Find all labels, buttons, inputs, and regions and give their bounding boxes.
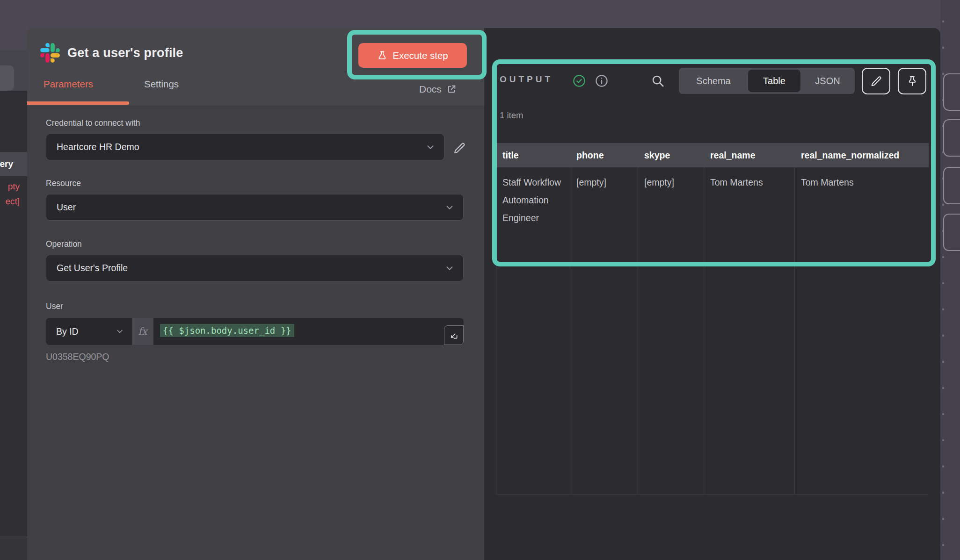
output-item-count: 1 item bbox=[500, 110, 523, 121]
column-header-real-name[interactable]: real_name bbox=[704, 143, 794, 167]
cell-skype: [empty] bbox=[638, 167, 704, 494]
chevron-down-icon bbox=[444, 202, 455, 213]
pin-icon bbox=[906, 75, 919, 88]
input-table-bottom-border bbox=[0, 537, 27, 560]
resolved-user-id: U0358EQ90PQ bbox=[46, 352, 109, 362]
operation-value: Get User's Profile bbox=[57, 263, 128, 273]
chevron-down-icon bbox=[115, 327, 124, 336]
expression-input[interactable]: {{ $json.body.user_id }} bbox=[153, 318, 464, 345]
view-tab-schema[interactable]: Schema bbox=[679, 76, 748, 86]
user-mode-select[interactable]: By ID bbox=[46, 318, 132, 345]
chevron-down-icon bbox=[425, 142, 436, 152]
success-check-icon bbox=[572, 74, 586, 88]
input-table-object-value: ect] bbox=[0, 196, 20, 207]
input-panel-button-fragment[interactable] bbox=[0, 65, 14, 91]
input-table-header-fragment: ery bbox=[0, 152, 27, 176]
pin-data-button[interactable] bbox=[898, 68, 926, 94]
cell-title: Staff Workflow Automation Engineer bbox=[496, 167, 570, 494]
input-panel-fragment: ery pty ect] bbox=[0, 50, 27, 560]
canvas-node-outline bbox=[943, 214, 960, 251]
column-header-phone[interactable]: phone bbox=[570, 143, 638, 167]
node-settings-panel: Get a user's profile Parameters Settings… bbox=[27, 28, 484, 560]
fx-toggle[interactable]: fx bbox=[132, 318, 153, 345]
chevron-down-icon bbox=[444, 263, 455, 273]
pencil-icon bbox=[452, 141, 466, 155]
output-panel-header: OUTPUT Schema Table JSON bbox=[484, 68, 940, 94]
resource-value: User bbox=[57, 202, 76, 213]
external-link-icon bbox=[446, 84, 457, 94]
resource-select[interactable]: User bbox=[46, 194, 464, 221]
tab-settings[interactable]: Settings bbox=[144, 79, 179, 90]
active-tab-underline bbox=[27, 101, 129, 105]
column-header-title[interactable]: title bbox=[496, 143, 570, 167]
view-tab-table[interactable]: Table bbox=[748, 70, 800, 92]
operation-label: Operation bbox=[46, 239, 82, 249]
credential-value: Heartcore HR Demo bbox=[57, 142, 139, 152]
credential-label: Credential to connect with bbox=[46, 118, 140, 128]
pencil-icon bbox=[870, 75, 883, 88]
canvas-node-outline bbox=[943, 73, 960, 111]
user-field: By ID fx {{ $json.body.user_id }} bbox=[46, 318, 464, 345]
resource-label: Resource bbox=[46, 179, 81, 188]
flask-icon bbox=[377, 50, 387, 61]
execute-step-label: Execute step bbox=[393, 50, 448, 61]
table-header-row: title phone skype real_name real_name_no… bbox=[496, 143, 929, 167]
expression-value: {{ $json.body.user_id }} bbox=[160, 324, 294, 337]
output-panel: OUTPUT Schema Table JSON bbox=[484, 28, 940, 560]
edit-output-button[interactable] bbox=[862, 68, 890, 94]
column-header-real-name-normalized[interactable]: real_name_normalized bbox=[794, 143, 929, 167]
cell-phone: [empty] bbox=[570, 167, 638, 494]
column-header-skype[interactable]: skype bbox=[638, 143, 704, 167]
cell-real-name-normalized: Tom Martens bbox=[794, 167, 929, 494]
search-icon[interactable] bbox=[651, 74, 665, 88]
credential-select[interactable]: Heartcore HR Demo bbox=[46, 134, 444, 160]
info-icon[interactable] bbox=[595, 74, 609, 88]
canvas-node-outline bbox=[943, 119, 960, 157]
user-label: User bbox=[46, 302, 63, 311]
docs-link[interactable]: Docs bbox=[419, 84, 457, 95]
expand-icon bbox=[449, 330, 458, 340]
execute-step-button[interactable]: Execute step bbox=[358, 43, 467, 68]
operation-select[interactable]: Get User's Profile bbox=[46, 255, 464, 281]
input-table-header-text: ery bbox=[0, 152, 13, 176]
user-mode-value: By ID bbox=[56, 326, 79, 337]
tab-parameters[interactable]: Parameters bbox=[44, 79, 93, 90]
cell-real-name: Tom Martens bbox=[704, 167, 794, 494]
node-title: Get a user's profile bbox=[67, 46, 183, 60]
expand-expression-button[interactable] bbox=[444, 325, 464, 345]
input-table-empty-value: pty bbox=[0, 181, 20, 192]
output-panel-title: OUTPUT bbox=[500, 74, 553, 85]
credential-edit-button[interactable] bbox=[451, 139, 468, 157]
canvas-node-outline bbox=[943, 167, 960, 204]
view-tab-json[interactable]: JSON bbox=[800, 76, 855, 86]
output-view-switcher: Schema Table JSON bbox=[679, 68, 855, 94]
table-row: Staff Workflow Automation Engineer [empt… bbox=[496, 167, 929, 495]
slack-icon bbox=[40, 43, 60, 63]
output-data-table: title phone skype real_name real_name_no… bbox=[496, 143, 929, 495]
docs-link-label: Docs bbox=[419, 84, 442, 95]
